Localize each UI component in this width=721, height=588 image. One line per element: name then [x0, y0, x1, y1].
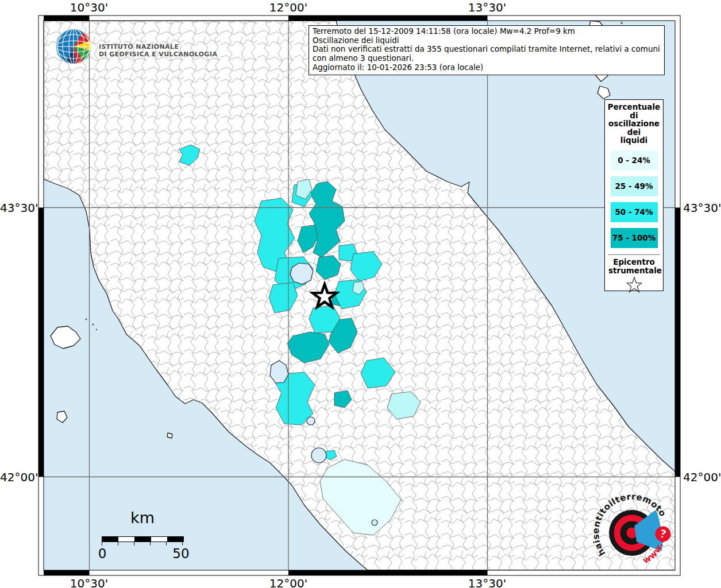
- axis-label-right-1: 43°30': [683, 201, 721, 215]
- axis-label-left-1: 43°30': [0, 201, 36, 215]
- legend-class-25-49: 25 - 49%: [611, 176, 658, 196]
- haisentitoilterremoto-logo: ? haisentitoilterremoto .it www.: [585, 486, 679, 580]
- ingv-name-line2: DI GEOFISICA E VULCANOLOGIA: [99, 51, 217, 59]
- scale-bar: km 0 50: [95, 509, 194, 558]
- data-source-note: Dati non verificati estratti da 355 ques…: [313, 45, 661, 63]
- ingv-logo: ISTITUTO NAZIONALE DI GEOFISICA E VULCAN…: [55, 26, 217, 67]
- axis-label-top-1: 10°30': [70, 1, 108, 14]
- axis-label-top-3: 13°30': [468, 1, 506, 14]
- legend-epicenter-label-line2: strumentale: [608, 266, 660, 275]
- axis-label-bottom-2: 12°00': [269, 577, 307, 588]
- ingv-name: ISTITUTO NAZIONALE DI GEOFISICA E VULCAN…: [99, 43, 217, 59]
- legend-epicenter-star-icon: [625, 277, 643, 294]
- legend-title-line: liquidi: [605, 136, 663, 145]
- map-subject: Oscillazione dei liquidi: [313, 36, 661, 45]
- scale-unit-label: km: [91, 509, 194, 527]
- event-title: Terremoto del 15-12-2009 14:11:58 (ora l…: [313, 27, 661, 36]
- legend-title-line: oscillazione: [605, 119, 663, 128]
- ingv-name-line1: ISTITUTO NAZIONALE: [99, 43, 217, 51]
- axis-label-right-2: 42°00': [683, 470, 721, 484]
- legend-class-75-100: 75 - 100%: [611, 228, 658, 248]
- legend-class-0-24: 0 - 24%: [611, 150, 658, 171]
- map-page: 10°30' 12°00' 13°30' 10°30' 12°00' 13°30…: [0, 0, 721, 588]
- axis-label-bottom-1: 10°30': [70, 577, 108, 588]
- legend-class-50-74: 50 - 74%: [611, 202, 658, 222]
- event-info-box: Terremoto del 15-12-2009 14:11:58 (ora l…: [309, 25, 665, 75]
- legend-epicenter-label-line1: Epicentro: [608, 258, 660, 266]
- legend-title-line: di: [605, 111, 663, 120]
- scale-min-label: 0: [98, 546, 107, 561]
- legend-title-line: Percentuale: [605, 103, 663, 111]
- axis-label-top-2: 12°00': [269, 1, 307, 14]
- axis-label-bottom-3: 13°30': [468, 577, 506, 588]
- updated-timestamp: Aggiornato il: 10-01-2026 23:53 (ora loc…: [313, 63, 661, 72]
- ingv-globe-icon: [55, 26, 95, 67]
- legend-epicenter-section: Epicentro strumentale: [608, 254, 660, 294]
- scale-bar-segments: [102, 536, 184, 542]
- legend-title-line: dei: [605, 128, 663, 137]
- axis-label-left-2: 42°00': [0, 470, 36, 484]
- legend: Percentuale di oscillazione dei liquidi …: [604, 99, 664, 291]
- scale-max-label: 50: [172, 546, 189, 561]
